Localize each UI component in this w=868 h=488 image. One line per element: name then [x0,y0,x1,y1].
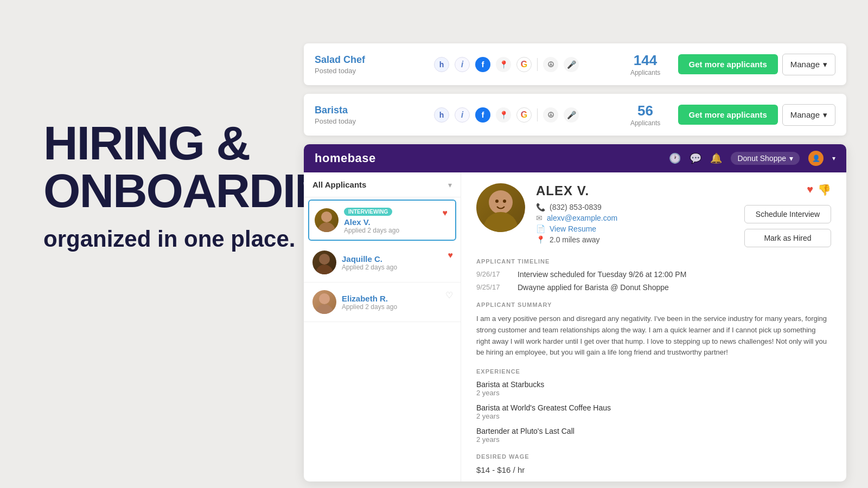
svg-point-0 [321,211,332,222]
timeline-item-1: 9/25/17 Dwayne applied for Barista @ Don… [476,283,831,292]
timeline-text: Interview scheduled for Tuesday 9/26 at … [518,270,686,279]
job-icons: h i f 📍 G ☮ 🎤 [423,107,624,123]
job-posted: Posted today [315,67,423,75]
detail-name: ALEX V. [536,183,733,198]
svg-point-1 [318,222,335,232]
chevron-down-icon[interactable]: ▾ [832,155,835,162]
divider [537,58,538,71]
phone-icon: 📞 [536,203,545,211]
experience-title: Bartender at Pluto's Last Call [476,427,831,435]
svg-point-6 [489,190,513,214]
experience-duration: 2 years [476,389,831,397]
svg-point-5 [316,304,333,314]
applicants-label: Applicants [624,119,667,127]
experience-title: Barista at Starbucks [476,380,831,389]
experience-item-0: Barista at Starbucks 2 years [476,380,831,397]
mark-as-hired-button[interactable]: Mark as Hired [744,229,831,247]
applicants-count: 56 Applicants [624,102,667,127]
favorite-heart-icon[interactable]: ♥ [443,208,448,218]
applicant-item-elizabeth[interactable]: Elizabeth R. Applied 2 days ago ♡ [304,282,461,322]
clock-icon[interactable]: 🕐 [669,152,681,164]
panel-body: All Applicants ▾ INTERVIEWING Alex V. [304,172,846,481]
hero-subtitle: organized in one place. [43,226,304,253]
heart-icon[interactable]: ♥ [807,183,813,196]
experience-item-1: Barista at World's Greatest Coffee Haus … [476,403,831,420]
indeed-icon[interactable]: h [434,57,449,72]
applicant-item-alex[interactable]: INTERVIEWING Alex V. Applied 2 days ago … [308,200,456,241]
pin-icon[interactable]: 📍 [496,57,511,72]
timeline-text: Dwayne applied for Barista @ Donut Shopp… [518,283,669,292]
info-icon[interactable]: i [455,107,470,123]
timeline: 9/26/17 Interview scheduled for Tuesday … [476,270,831,292]
job-title: Salad Chef [315,54,423,66]
applicant-list-header: All Applicants ▾ [304,172,461,197]
homebase-header: homebase 🕐 💬 🔔 Donut Shoppe ▾ 👤 ▾ [304,144,846,172]
thumbdown-icon[interactable]: 👎 [818,183,831,196]
applicant-name: Jaquille C. [342,254,452,264]
favorite-heart-empty-icon[interactable]: ♡ [445,290,453,300]
applicant-info-alex: INTERVIEWING Alex V. Applied 2 days ago [344,206,450,234]
mic-icon[interactable]: 🎤 [564,57,579,72]
experience-item-2: Bartender at Pluto's Last Call 2 years [476,427,831,444]
chat-icon[interactable]: 💬 [690,152,701,164]
peace-icon[interactable]: ☮ [543,57,558,72]
hero-section: HIRING & ONBOARDING organized in one pla… [43,119,304,253]
experience-list: Barista at Starbucks 2 years Barista at … [476,380,831,444]
resume-link[interactable]: View Resume [550,224,596,233]
summary-text: I am a very positive person and disregar… [476,313,831,358]
applicant-name: Alex V. [344,217,450,227]
applicant-name: Elizabeth R. [342,294,452,303]
avatar-jaquille [312,251,336,274]
filter-arrow-icon[interactable]: ▾ [448,181,452,189]
phone-number: (832) 853-0839 [550,203,602,211]
job-posted: Posted today [315,117,423,125]
google-icon[interactable]: G [516,57,532,72]
svg-point-9 [503,200,506,203]
resume-icon: 📄 [536,224,545,233]
timeline-item-0: 9/26/17 Interview scheduled for Tuesday … [476,270,831,279]
job-title-section: Salad Chef Posted today [315,54,423,75]
detail-avatar [476,183,525,232]
summary-section-title: APPLICANT SUMMARY [476,301,831,308]
location-icon: 📍 [536,235,545,244]
bell-icon[interactable]: 🔔 [710,152,722,164]
applicant-item-jaquille[interactable]: Jaquille C. Applied 2 days ago ♥ [304,243,461,282]
info-icon[interactable]: i [455,57,470,72]
applicant-list: All Applicants ▾ INTERVIEWING Alex V. [304,172,461,481]
pin-icon[interactable]: 📍 [496,107,511,123]
avatar-alex [315,208,339,232]
favorite-heart-icon[interactable]: ♥ [448,251,454,260]
manage-button[interactable]: Manage ▾ [782,104,835,126]
wage-section-title: DESIRED WAGE [476,453,831,460]
get-applicants-button[interactable]: Get more applicants [678,54,778,74]
applicants-count: 144 Applicants [624,52,667,76]
detail-contact: 📞 (832) 853-0839 ✉ alexv@example.com 📄 V… [536,203,733,244]
manage-button[interactable]: Manage ▾ [782,54,835,75]
peace-icon[interactable]: ☮ [543,107,558,123]
google-icon[interactable]: G [516,107,532,123]
email-link[interactable]: alexv@example.com [547,214,617,222]
applicant-info-elizabeth: Elizabeth R. Applied 2 days ago [342,294,452,311]
email-contact: ✉ alexv@example.com [536,214,733,222]
svg-point-3 [316,265,333,274]
hero-title: HIRING & ONBOARDING [43,119,304,215]
user-avatar[interactable]: 👤 [808,151,824,166]
detail-actions: ♥ 👎 Schedule Interview Mark as Hired [744,183,831,247]
indeed-icon[interactable]: h [434,107,449,123]
right-content: Salad Chef Posted today h i f 📍 G ☮ 🎤 14… [304,43,846,481]
chevron-down-icon: ▾ [789,154,793,163]
svg-point-8 [495,200,499,203]
job-title: Barista [315,105,423,116]
applicant-detail: ALEX V. 📞 (832) 853-0839 ✉ alexv@example… [461,172,846,481]
applicants-number: 56 [624,102,667,119]
facebook-icon[interactable]: f [475,57,490,72]
schedule-interview-button[interactable]: Schedule Interview [744,205,831,223]
facebook-icon[interactable]: f [475,107,490,123]
filter-title: All Applicants [312,180,366,189]
chevron-down-icon: ▾ [823,110,827,120]
store-badge[interactable]: Donut Shoppe ▾ [731,152,800,165]
action-icons: ♥ 👎 [807,183,831,196]
applicant-applied: Applied 2 days ago [342,264,452,271]
get-applicants-button[interactable]: Get more applicants [678,105,778,125]
mic-icon[interactable]: 🎤 [564,107,579,123]
